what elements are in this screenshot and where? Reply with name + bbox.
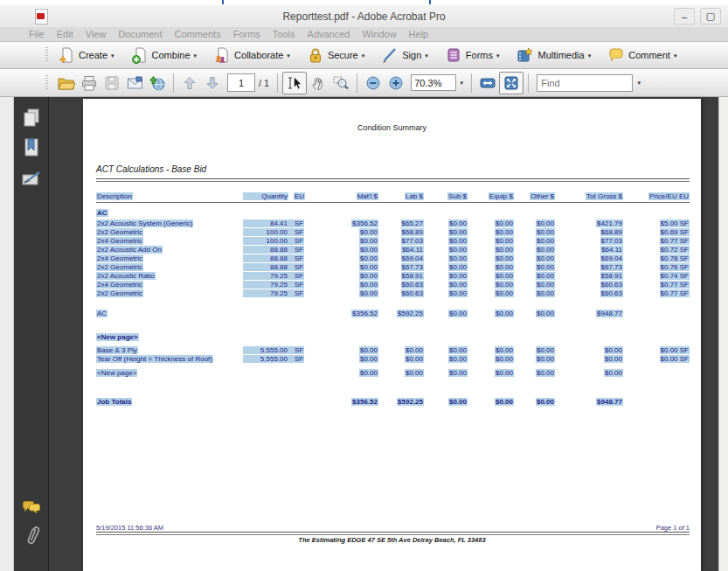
zoom-dropdown-button[interactable]: ▾ <box>456 74 467 91</box>
upload-button[interactable] <box>146 73 169 94</box>
table-row: 2x2 Geometric88.88SF$0.00$67.73$0.00$0.0… <box>96 262 690 271</box>
pdf-footer-page-label: Page 1 of 1 <box>656 524 690 532</box>
quantity-value: 79.25 <box>244 272 288 280</box>
cell-other: $0.00 <box>514 289 555 297</box>
section-divider <box>96 178 690 182</box>
page-number-input[interactable] <box>227 73 255 92</box>
tot_gross-value: $67.73 <box>600 263 623 271</box>
pdf-page[interactable]: Condition Summary ACT Calculations - Bas… <box>83 99 701 571</box>
secure-button[interactable]: Secure ▾ <box>304 45 367 66</box>
sub-value: $0.00 <box>448 355 468 363</box>
description-text: 2x2 Acoustic Ratio <box>96 272 156 280</box>
attachments-panel-button[interactable] <box>21 526 42 547</box>
menu-window[interactable]: Window <box>356 29 402 39</box>
collaborate-button[interactable]: Collaborate ▾ <box>211 45 293 66</box>
title-bar: Reporttest.pdf - Adobe Acrobat Pro – ▢ <box>0 5 728 28</box>
select-tool-button[interactable] <box>282 72 307 94</box>
table-row: 2x2 Geometric79.25SF$0.00$60.63$0.00$0.0… <box>96 289 690 297</box>
toolbar-grip[interactable] <box>45 75 48 91</box>
group-subtotal-row: <New page>$0.00$0.00$0.00$0.00$0.00$0.00 <box>96 368 690 377</box>
find-dropdown-button[interactable]: ▾ <box>633 74 645 92</box>
vertical-scrollbar[interactable] <box>718 97 728 571</box>
pages-panel-button[interactable] <box>21 108 42 129</box>
menu-file[interactable]: File <box>23 29 51 39</box>
quantity-value: 79.25 <box>244 289 288 297</box>
cell-tot_gross: $421.79 <box>555 219 623 227</box>
toolbar-separator <box>471 73 472 93</box>
menu-help[interactable]: Help <box>403 29 435 39</box>
cell-quantity-eu: 5,555.00SF <box>243 355 315 363</box>
find-input[interactable] <box>537 74 633 92</box>
eu-value: SF <box>288 289 303 297</box>
matl-value: $0.00 <box>359 369 378 377</box>
fit-page-button[interactable] <box>499 72 523 94</box>
lab-value: $60.63 <box>401 289 424 297</box>
tot_gross-value: $948.77 <box>596 310 623 317</box>
email-button[interactable] <box>123 73 146 94</box>
create-button[interactable]: Create ▾ <box>55 45 117 66</box>
zoom-out-button[interactable] <box>362 73 385 94</box>
menu-bar: File Edit View Document Comments Forms T… <box>0 27 728 42</box>
cell-matl: $0.00 <box>315 272 378 280</box>
zoom-marquee-button[interactable] <box>329 73 352 94</box>
print-button[interactable] <box>78 73 101 94</box>
multimedia-label: Multimedia <box>537 50 584 60</box>
comments-panel-button[interactable] <box>21 498 42 519</box>
description-text: 2x4 Geometric <box>96 237 143 245</box>
menu-view[interactable]: View <box>80 29 113 39</box>
cell-other: $0.00 <box>514 237 555 245</box>
cell-quantity-eu: 84.41SF <box>243 219 315 227</box>
previous-page-button[interactable] <box>178 73 201 94</box>
comment-icon <box>607 46 625 64</box>
eu-value: SF <box>288 219 303 227</box>
menu-advanced[interactable]: Advanced <box>302 29 357 39</box>
menu-comments[interactable]: Comments <box>169 29 227 39</box>
zoom-level-input[interactable] <box>411 74 456 91</box>
multimedia-button[interactable]: Multimedia ▾ <box>513 45 593 66</box>
fit-width-button[interactable] <box>476 73 499 94</box>
tot_gross-value: $0.00 <box>604 355 623 363</box>
email-icon <box>126 74 144 92</box>
zoom-out-icon <box>365 75 381 91</box>
forms-button[interactable]: Forms ▾ <box>442 45 503 66</box>
menu-tools[interactable]: Tools <box>267 29 302 39</box>
cell-lab: $68.89 <box>378 228 424 236</box>
hand-tool-button[interactable] <box>307 73 329 94</box>
lab-value: $0.00 <box>405 369 424 377</box>
bookmarks-panel-button[interactable] <box>21 137 42 158</box>
cell-tot_gross: $60.63 <box>555 289 623 297</box>
table-header-row: DescriptionQuantityEUMat'l $Lab $Sub $Eq… <box>96 190 690 203</box>
cell-quantity-eu: 5,555.00SF <box>243 346 315 354</box>
cell-tot_gross: $64.11 <box>555 246 623 254</box>
menu-edit[interactable]: Edit <box>51 29 80 39</box>
next-page-button[interactable] <box>201 73 224 94</box>
tot_gross-value: $77.03 <box>600 237 623 245</box>
description-text: 2x2 Geometric <box>96 289 143 297</box>
other-value: $0.00 <box>536 346 555 354</box>
cell-matl: $356.52 <box>315 219 378 227</box>
cell-matl: $0.00 <box>315 246 378 254</box>
menu-forms[interactable]: Forms <box>227 29 267 39</box>
comment-button[interactable]: Comment ▾ <box>605 45 679 66</box>
open-button[interactable] <box>55 73 78 94</box>
menu-document[interactable]: Document <box>112 29 168 39</box>
cell-description: Tear Off (Height = Thickness of Roof) <box>96 355 243 363</box>
group-subtotal-row: AC$356.52$592.25$0.00$0.00$0.00$948.77 <box>96 309 690 318</box>
zoom-in-button[interactable] <box>385 73 407 94</box>
combine-label: Combine <box>152 50 191 60</box>
sub-value: $0.00 <box>448 310 468 317</box>
table-row: 2x4 Geometric88.88SF$0.00$69.04$0.00$0.0… <box>96 254 690 262</box>
multimedia-icon <box>516 46 534 64</box>
other-value: $0.00 <box>536 219 555 227</box>
toolbar-grip[interactable] <box>45 47 48 63</box>
sign-icon <box>381 46 399 64</box>
sign-button[interactable]: Sign ▾ <box>378 45 431 66</box>
cell-tot_gross: $77.03 <box>555 237 623 245</box>
save-button[interactable] <box>101 73 123 94</box>
sub-value: $0.00 <box>448 289 468 297</box>
quantity-eu-text: 100.00SF <box>243 237 304 245</box>
cell-equip: $0.00 <box>468 246 514 254</box>
signatures-panel-button[interactable] <box>21 169 42 190</box>
combine-button[interactable]: Combine ▾ <box>128 45 200 66</box>
cell-sub: $0.00 <box>424 219 468 227</box>
